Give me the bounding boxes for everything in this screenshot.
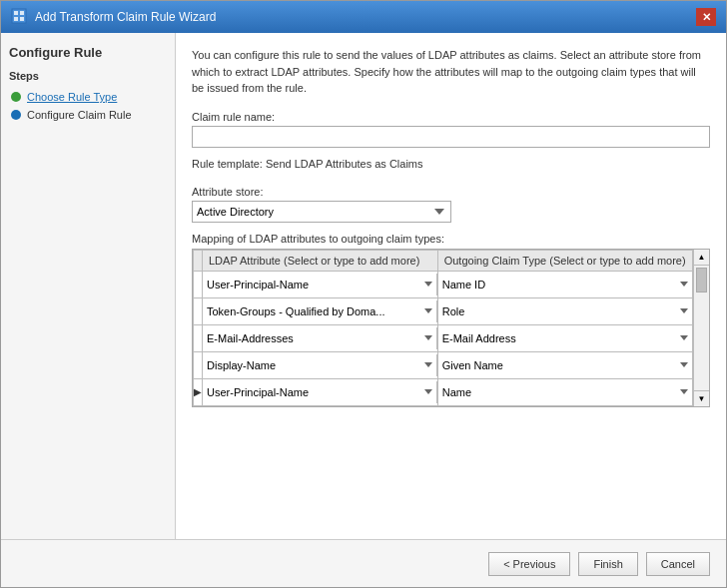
sidebar-item-configure-claim-rule[interactable]: Configure Claim Rule — [9, 106, 167, 124]
window-title: Add Transform Claim Rule Wizard — [35, 10, 216, 24]
claim-rule-name-section: Claim rule name: — [192, 111, 710, 148]
ldap-cell-3: E-Mail-Addresses — [203, 324, 438, 351]
main-window: Add Transform Claim Rule Wizard ✕ Config… — [0, 0, 727, 588]
outgoing-select-5[interactable]: Name — [438, 381, 692, 403]
previous-button[interactable]: < Previous — [488, 552, 570, 576]
table-row: ▶ User-Principal-Name Name — [194, 378, 693, 405]
sidebar-heading: Configure Rule — [9, 45, 167, 60]
sidebar: Configure Rule Steps Choose Rule Type Co… — [1, 33, 176, 539]
row-arrow-2 — [194, 297, 203, 324]
outgoing-cell-4: Given Name — [437, 351, 692, 378]
main-content: You can configure this rule to send the … — [176, 33, 726, 539]
row-arrow-5: ▶ — [194, 378, 203, 405]
col2-header: Outgoing Claim Type (Select or type to a… — [437, 250, 692, 271]
content-area: Configure Rule Steps Choose Rule Type Co… — [1, 33, 726, 539]
window-icon — [11, 8, 27, 27]
scroll-thumb — [696, 268, 707, 293]
finish-button[interactable]: Finish — [578, 552, 637, 576]
svg-rect-3 — [14, 17, 18, 21]
table-row: E-Mail-Addresses E-Mail Address — [194, 324, 693, 351]
ldap-select-2[interactable]: Token-Groups - Qualified by Doma... — [203, 300, 437, 322]
outgoing-cell-3: E-Mail Address — [437, 324, 692, 351]
ldap-select-3[interactable]: E-Mail-Addresses — [203, 327, 437, 349]
description-text: You can configure this rule to send the … — [192, 47, 710, 97]
svg-rect-1 — [14, 11, 18, 15]
table-row: User-Principal-Name Name ID — [194, 271, 693, 297]
ldap-select-5[interactable]: User-Principal-Name — [203, 381, 437, 403]
svg-rect-2 — [20, 11, 24, 15]
mapping-section: Mapping of LDAP attributes to outgoing c… — [192, 233, 710, 407]
attribute-store-label: Attribute store: — [192, 186, 710, 198]
row-arrow-1 — [194, 271, 203, 297]
steps-label: Steps — [9, 70, 167, 82]
claim-rule-name-label: Claim rule name: — [192, 111, 710, 123]
outgoing-cell-5: Name — [437, 378, 692, 405]
step-dot-current — [11, 110, 21, 120]
outgoing-select-2[interactable]: Role — [438, 300, 692, 322]
outgoing-cell-2: Role — [437, 297, 692, 324]
title-bar: Add Transform Claim Rule Wizard ✕ — [1, 1, 726, 33]
mapping-table-container: LDAP Attribute (Select or type to add mo… — [192, 249, 710, 407]
sidebar-item-choose-rule-type[interactable]: Choose Rule Type — [9, 88, 167, 106]
close-button[interactable]: ✕ — [696, 8, 716, 26]
scroll-down-button[interactable]: ▼ — [694, 390, 709, 406]
outgoing-select-4[interactable]: Given Name — [438, 354, 692, 376]
ldap-cell-2: Token-Groups - Qualified by Doma... — [203, 297, 438, 324]
mapping-table-inner: LDAP Attribute (Select or type to add mo… — [193, 250, 693, 406]
rule-template-label: Rule template: Send LDAP Attributes as C… — [192, 158, 710, 170]
table-row: Token-Groups - Qualified by Doma... Role — [194, 297, 693, 324]
attribute-store-section: Attribute store: Active Directory — [192, 186, 710, 223]
outgoing-select-1[interactable]: Name ID — [438, 274, 692, 295]
footer: < Previous Finish Cancel — [1, 539, 726, 587]
step-label-configure-claim-rule: Configure Claim Rule — [27, 109, 132, 121]
cancel-button[interactable]: Cancel — [646, 552, 710, 576]
claim-rule-name-input[interactable] — [192, 126, 710, 148]
ldap-cell-1: User-Principal-Name — [203, 271, 438, 297]
scroll-up-button[interactable]: ▲ — [694, 250, 709, 266]
mapping-table: LDAP Attribute (Select or type to add mo… — [193, 250, 693, 406]
ldap-select-1[interactable]: User-Principal-Name — [203, 274, 437, 295]
outgoing-select-3[interactable]: E-Mail Address — [438, 327, 692, 349]
scrollbar: ▲ ▼ — [693, 250, 709, 406]
col1-header: LDAP Attribute (Select or type to add mo… — [203, 250, 438, 271]
ldap-cell-5: User-Principal-Name — [203, 378, 438, 405]
table-row: Display-Name Given Name — [194, 351, 693, 378]
attribute-store-select[interactable]: Active Directory — [192, 201, 451, 223]
svg-rect-4 — [20, 17, 24, 21]
step-label-choose-rule-type: Choose Rule Type — [27, 91, 117, 103]
row-arrow-3 — [194, 324, 203, 351]
mapping-label: Mapping of LDAP attributes to outgoing c… — [192, 233, 710, 245]
step-dot-completed — [11, 92, 21, 102]
row-arrow-4 — [194, 351, 203, 378]
title-bar-left: Add Transform Claim Rule Wizard — [11, 8, 216, 27]
ldap-select-4[interactable]: Display-Name — [203, 354, 437, 376]
outgoing-cell-1: Name ID — [437, 271, 692, 297]
ldap-cell-4: Display-Name — [203, 351, 438, 378]
